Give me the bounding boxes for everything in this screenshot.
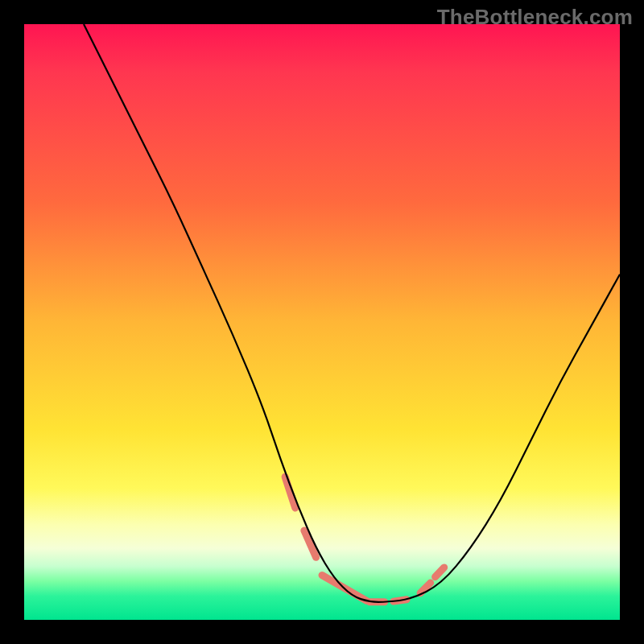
- curve-main-path: [84, 24, 620, 602]
- plot-area: [24, 24, 620, 620]
- curve-layer: [24, 24, 620, 620]
- watermark-text: TheBottleneck.com: [437, 5, 633, 30]
- chart-frame: TheBottleneck.com: [0, 0, 644, 644]
- highlight-dash-6: [436, 568, 444, 577]
- highlight-dash-group: [285, 477, 444, 601]
